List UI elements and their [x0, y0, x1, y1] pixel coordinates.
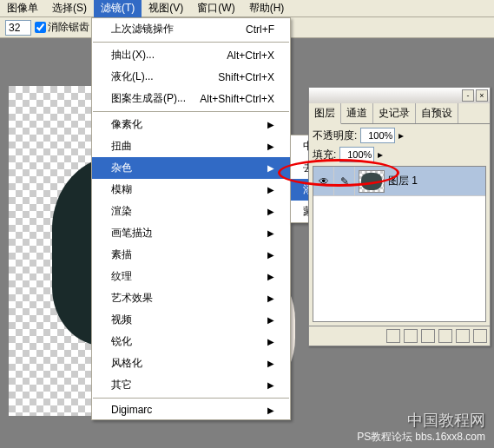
- watermark: 中国教程网: [407, 410, 485, 431]
- arrow-icon: ▶: [267, 315, 274, 325]
- menu-render[interactable]: 渲染▶: [92, 201, 290, 222]
- arrow-icon[interactable]: ▸: [398, 129, 404, 142]
- menu-extract[interactable]: 抽出(X)... Alt+Ctrl+X: [92, 44, 290, 66]
- arrow-icon: ▶: [267, 163, 274, 173]
- antialias-checkbox[interactable]: 消除锯齿: [35, 20, 89, 35]
- arrow-icon: ▶: [267, 380, 274, 390]
- menu-sharpen[interactable]: 锐化▶: [92, 331, 290, 352]
- layer-thumbnail[interactable]: [359, 170, 385, 193]
- arrow-icon: ▶: [267, 120, 274, 129]
- menubar: 图像单 选择(S) 滤镜(T) 视图(V) 窗口(W) 帮助(H): [0, 0, 494, 17]
- menu-blur[interactable]: 模糊▶: [92, 179, 290, 201]
- panel-footer: [309, 326, 490, 346]
- arrow-icon: ▶: [267, 207, 274, 216]
- panel-titlebar: - ×: [309, 88, 490, 103]
- menu-image[interactable]: 图像单: [0, 0, 45, 17]
- layer-row[interactable]: 👁 ✎ 图层 1: [313, 167, 485, 196]
- close-button[interactable]: ×: [476, 89, 488, 102]
- layers-list: 👁 ✎ 图层 1: [313, 166, 486, 322]
- visibility-toggle[interactable]: 👁: [313, 167, 334, 195]
- menu-video[interactable]: 视频▶: [92, 309, 290, 331]
- antialias-check[interactable]: [35, 22, 46, 33]
- arrow-icon: ▶: [267, 359, 274, 368]
- menu-pixelate[interactable]: 像素化▶: [92, 114, 290, 135]
- mask-icon[interactable]: [404, 329, 418, 343]
- arrow-icon: ▶: [267, 272, 274, 281]
- fill-input[interactable]: [339, 147, 374, 162]
- menu-liquify[interactable]: 液化(L)... Shift+Ctrl+X: [92, 66, 290, 88]
- menu-select[interactable]: 选择(S): [45, 0, 94, 17]
- arrow-icon: ▶: [267, 142, 274, 151]
- last-filter-label: 上次滤镜操作: [111, 22, 174, 36]
- tab-layers[interactable]: 图层: [309, 103, 341, 124]
- arrow-icon: ▶: [267, 185, 274, 194]
- opacity-input[interactable]: [360, 128, 395, 143]
- folder-icon[interactable]: [421, 329, 435, 343]
- watermark-url: PS教程论坛 bbs.16xx8.com: [357, 430, 485, 445]
- layer-name[interactable]: 图层 1: [388, 174, 418, 188]
- menu-other[interactable]: 其它▶: [92, 374, 290, 396]
- menu-distort[interactable]: 扭曲▶: [92, 135, 290, 157]
- arrow-icon: ▶: [267, 228, 274, 238]
- menu-sketch[interactable]: 素描▶: [92, 244, 290, 266]
- arrow-icon: ▶: [267, 250, 274, 260]
- menu-view[interactable]: 视图(V): [142, 0, 190, 17]
- fill-label: 填充:: [313, 148, 336, 162]
- brush-size-input[interactable]: [5, 20, 31, 36]
- adjustment-icon[interactable]: [438, 329, 452, 343]
- menu-stylize[interactable]: 风格化▶: [92, 352, 290, 374]
- menu-pattern-maker[interactable]: 图案生成器(P)... Alt+Shift+Ctrl+X: [92, 88, 290, 109]
- fx-icon[interactable]: [386, 329, 400, 343]
- layers-panel: - × 图层 通道 史记录 自预设 不透明度: ▸ 填充: ▸ 👁 ✎: [308, 87, 491, 346]
- arrow-icon: ▶: [267, 337, 274, 346]
- menu-brush-strokes[interactable]: 画笔描边▶: [92, 222, 290, 244]
- menu-digimarc[interactable]: Digimarc▶: [92, 400, 290, 419]
- menu-filter[interactable]: 滤镜(T): [94, 0, 142, 17]
- menu-window[interactable]: 窗口(W): [190, 0, 241, 17]
- menu-noise[interactable]: 杂色▶: [92, 157, 290, 179]
- opacity-label: 不透明度:: [313, 128, 357, 143]
- arrow-icon[interactable]: ▸: [378, 148, 383, 161]
- menu-texture[interactable]: 纹理▶: [92, 266, 290, 287]
- brush-icon: ✎: [340, 175, 349, 188]
- eye-icon: 👁: [319, 175, 329, 188]
- minimize-button[interactable]: -: [462, 89, 474, 102]
- arrow-icon: ▶: [267, 293, 274, 303]
- last-filter-shortcut: Ctrl+F: [246, 23, 274, 36]
- tab-history[interactable]: 史记录: [373, 103, 416, 123]
- trash-icon[interactable]: [473, 329, 487, 343]
- tab-presets[interactable]: 自预设: [416, 103, 458, 123]
- arrow-icon: ▶: [267, 405, 274, 415]
- menu-artistic[interactable]: 艺术效果▶: [92, 287, 290, 309]
- panel-tabs: 图层 通道 史记录 自预设: [309, 103, 490, 124]
- antialias-label: 消除锯齿: [48, 20, 89, 35]
- tab-channels[interactable]: 通道: [341, 103, 373, 123]
- menu-help[interactable]: 帮助(H): [242, 0, 292, 17]
- link-cell[interactable]: ✎: [334, 167, 355, 195]
- new-layer-icon[interactable]: [456, 329, 470, 343]
- menu-last-filter[interactable]: 上次滤镜操作 Ctrl+F: [92, 18, 290, 40]
- filter-menu: 上次滤镜操作 Ctrl+F 抽出(X)... Alt+Ctrl+X 液化(L).…: [91, 17, 291, 420]
